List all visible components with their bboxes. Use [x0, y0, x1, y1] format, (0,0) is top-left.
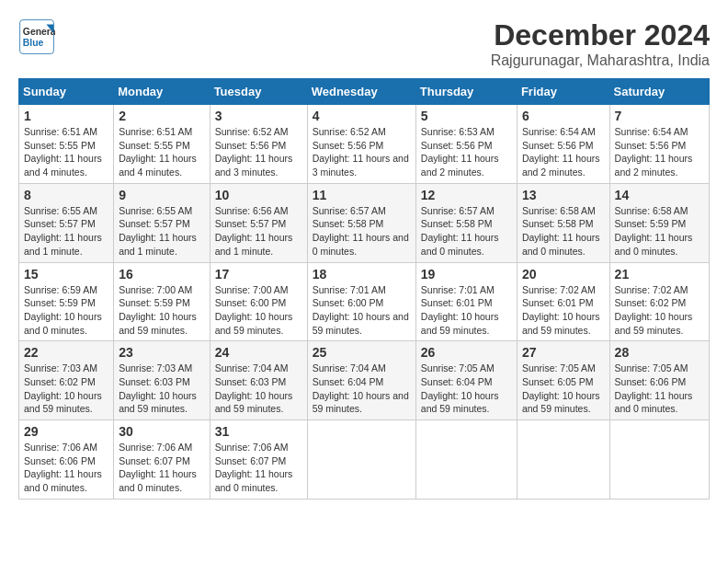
day-info: Sunrise: 6:55 AMSunset: 5:57 PMDaylight:…: [119, 204, 204, 259]
day-number: 24: [215, 345, 302, 360]
day-number: 6: [522, 109, 605, 123]
day-number: 13: [522, 188, 605, 202]
day-number: 18: [313, 267, 411, 282]
calendar-cell: 19Sunrise: 7:01 AMSunset: 6:01 PMDayligh…: [415, 262, 517, 341]
day-number: 5: [421, 109, 512, 123]
calendar-cell: 25Sunrise: 7:04 AMSunset: 6:04 PMDayligh…: [307, 341, 415, 420]
day-number: 20: [522, 267, 605, 282]
calendar-cell: 9Sunrise: 6:55 AMSunset: 5:57 PMDaylight…: [114, 183, 210, 262]
day-number: 27: [522, 345, 605, 360]
calendar-week-row: 29Sunrise: 7:06 AMSunset: 6:06 PMDayligh…: [19, 420, 710, 500]
calendar-cell: 17Sunrise: 7:00 AMSunset: 6:00 PMDayligh…: [210, 262, 307, 341]
calendar-cell: 18Sunrise: 7:01 AMSunset: 6:00 PMDayligh…: [307, 262, 415, 341]
day-info: Sunrise: 7:02 AMSunset: 6:01 PMDaylight:…: [522, 283, 605, 338]
day-number: 19: [421, 267, 512, 282]
day-info: Sunrise: 6:58 AMSunset: 5:59 PMDaylight:…: [615, 204, 704, 259]
calendar-cell: 20Sunrise: 7:02 AMSunset: 6:01 PMDayligh…: [517, 262, 609, 341]
calendar-cell: 30Sunrise: 7:06 AMSunset: 6:07 PMDayligh…: [114, 420, 210, 500]
calendar-cell: 23Sunrise: 7:03 AMSunset: 6:03 PMDayligh…: [114, 341, 210, 420]
day-info: Sunrise: 6:52 AMSunset: 5:56 PMDaylight:…: [215, 125, 302, 179]
calendar-week-row: 8Sunrise: 6:55 AMSunset: 5:57 PMDaylight…: [19, 183, 710, 262]
calendar-cell: 16Sunrise: 7:00 AMSunset: 5:59 PMDayligh…: [114, 262, 210, 341]
day-info: Sunrise: 6:57 AMSunset: 5:58 PMDaylight:…: [313, 204, 411, 259]
day-info: Sunrise: 6:51 AMSunset: 5:55 PMDaylight:…: [24, 125, 108, 179]
calendar-cell: 31Sunrise: 7:06 AMSunset: 6:07 PMDayligh…: [210, 420, 307, 500]
day-info: Sunrise: 6:52 AMSunset: 5:56 PMDaylight:…: [313, 125, 411, 179]
day-number: 31: [215, 424, 302, 439]
calendar-week-row: 15Sunrise: 6:59 AMSunset: 5:59 PMDayligh…: [19, 262, 710, 341]
calendar-cell: 27Sunrise: 7:05 AMSunset: 6:05 PMDayligh…: [517, 341, 609, 420]
calendar-cell: 28Sunrise: 7:05 AMSunset: 6:06 PMDayligh…: [609, 341, 709, 420]
day-number: 3: [215, 109, 302, 123]
svg-text:Blue: Blue: [23, 38, 44, 48]
calendar-cell: 14Sunrise: 6:58 AMSunset: 5:59 PMDayligh…: [609, 183, 709, 262]
day-info: Sunrise: 7:04 AMSunset: 6:03 PMDaylight:…: [215, 362, 302, 416]
calendar-cell: 1Sunrise: 6:51 AMSunset: 5:55 PMDaylight…: [19, 105, 114, 184]
calendar-cell: 8Sunrise: 6:55 AMSunset: 5:57 PMDaylight…: [19, 183, 114, 262]
calendar-cell: 7Sunrise: 6:54 AMSunset: 5:56 PMDaylight…: [609, 105, 709, 184]
day-info: Sunrise: 7:00 AMSunset: 5:59 PMDaylight:…: [119, 283, 204, 338]
day-number: 30: [119, 424, 204, 439]
calendar-body: 1Sunrise: 6:51 AMSunset: 5:55 PMDaylight…: [19, 105, 710, 500]
day-info: Sunrise: 7:01 AMSunset: 6:00 PMDaylight:…: [313, 283, 411, 338]
day-number: 22: [24, 345, 108, 360]
day-info: Sunrise: 7:05 AMSunset: 6:04 PMDaylight:…: [421, 362, 512, 416]
day-number: 15: [24, 267, 108, 282]
calendar-cell: 13Sunrise: 6:58 AMSunset: 5:58 PMDayligh…: [517, 183, 609, 262]
day-info: Sunrise: 6:51 AMSunset: 5:55 PMDaylight:…: [119, 125, 204, 179]
calendar-cell: 24Sunrise: 7:04 AMSunset: 6:03 PMDayligh…: [210, 341, 307, 420]
calendar-cell: [517, 420, 609, 500]
day-info: Sunrise: 6:57 AMSunset: 5:58 PMDaylight:…: [421, 204, 512, 259]
day-info: Sunrise: 6:53 AMSunset: 5:56 PMDaylight:…: [421, 125, 512, 179]
day-number: 16: [119, 267, 204, 282]
calendar-week-row: 1Sunrise: 6:51 AMSunset: 5:55 PMDaylight…: [19, 105, 710, 184]
day-info: Sunrise: 7:04 AMSunset: 6:04 PMDaylight:…: [313, 362, 411, 416]
calendar-cell: 5Sunrise: 6:53 AMSunset: 5:56 PMDaylight…: [415, 105, 517, 184]
day-number: 25: [313, 345, 411, 360]
calendar-header-row: SundayMondayTuesdayWednesdayThursdayFrid…: [19, 79, 710, 105]
day-number: 9: [119, 188, 204, 202]
calendar-cell: 11Sunrise: 6:57 AMSunset: 5:58 PMDayligh…: [307, 183, 415, 262]
day-info: Sunrise: 6:55 AMSunset: 5:57 PMDaylight:…: [24, 204, 108, 259]
day-number: 8: [24, 188, 108, 202]
day-number: 10: [215, 188, 302, 202]
day-number: 7: [615, 109, 704, 123]
day-number: 29: [24, 424, 108, 439]
calendar-cell: 21Sunrise: 7:02 AMSunset: 6:02 PMDayligh…: [609, 262, 709, 341]
day-number: 14: [615, 188, 704, 202]
calendar-cell: 6Sunrise: 6:54 AMSunset: 5:56 PMDaylight…: [517, 105, 609, 184]
column-header-sunday: Sunday: [19, 79, 114, 105]
day-info: Sunrise: 7:05 AMSunset: 6:06 PMDaylight:…: [615, 362, 704, 416]
day-info: Sunrise: 6:54 AMSunset: 5:56 PMDaylight:…: [615, 125, 704, 179]
calendar-table: SundayMondayTuesdayWednesdayThursdayFrid…: [18, 78, 710, 500]
column-header-monday: Monday: [114, 79, 210, 105]
calendar-cell: [415, 420, 517, 500]
day-info: Sunrise: 7:03 AMSunset: 6:03 PMDaylight:…: [119, 362, 204, 416]
day-info: Sunrise: 6:56 AMSunset: 5:57 PMDaylight:…: [215, 204, 302, 259]
day-number: 1: [24, 109, 108, 123]
day-number: 4: [313, 109, 411, 123]
day-info: Sunrise: 7:05 AMSunset: 6:05 PMDaylight:…: [522, 362, 605, 416]
calendar-cell: 12Sunrise: 6:57 AMSunset: 5:58 PMDayligh…: [415, 183, 517, 262]
day-info: Sunrise: 7:06 AMSunset: 6:07 PMDaylight:…: [119, 441, 204, 495]
calendar-cell: [307, 420, 415, 500]
page-subtitle: Rajgurunagar, Maharashtra, India: [491, 52, 710, 69]
day-number: 21: [615, 267, 704, 282]
calendar-cell: 15Sunrise: 6:59 AMSunset: 5:59 PMDayligh…: [19, 262, 114, 341]
calendar-week-row: 22Sunrise: 7:03 AMSunset: 6:02 PMDayligh…: [19, 341, 710, 420]
day-info: Sunrise: 7:01 AMSunset: 6:01 PMDaylight:…: [421, 283, 512, 338]
day-number: 23: [119, 345, 204, 360]
day-info: Sunrise: 7:06 AMSunset: 6:07 PMDaylight:…: [215, 441, 302, 495]
day-number: 28: [615, 345, 704, 360]
day-info: Sunrise: 7:06 AMSunset: 6:06 PMDaylight:…: [24, 441, 108, 495]
day-info: Sunrise: 6:58 AMSunset: 5:58 PMDaylight:…: [522, 204, 605, 259]
column-header-saturday: Saturday: [609, 79, 709, 105]
calendar-cell: 26Sunrise: 7:05 AMSunset: 6:04 PMDayligh…: [415, 341, 517, 420]
day-number: 17: [215, 267, 302, 282]
day-info: Sunrise: 7:00 AMSunset: 6:00 PMDaylight:…: [215, 283, 302, 338]
title-block: December 2024 Rajgurunagar, Maharashtra,…: [491, 18, 710, 69]
day-number: 11: [313, 188, 411, 202]
day-number: 12: [421, 188, 512, 202]
column-header-friday: Friday: [517, 79, 609, 105]
logo-icon: General Blue: [18, 18, 55, 55]
